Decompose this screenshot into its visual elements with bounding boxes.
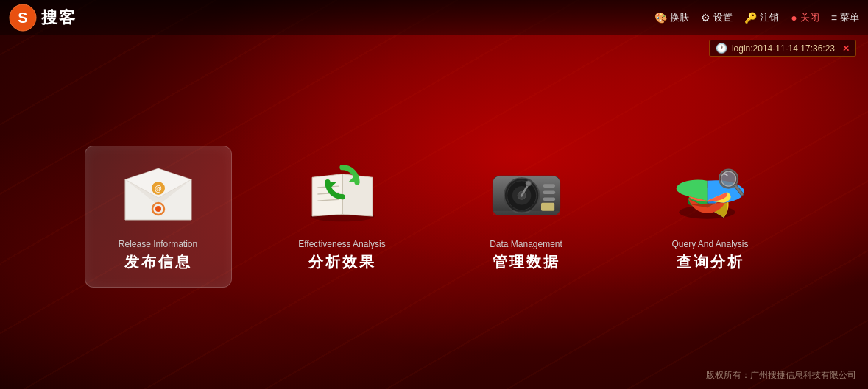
svg-point-26 — [526, 181, 531, 186]
gear-icon: ⚙ — [701, 12, 710, 24]
svg-rect-31 — [493, 211, 560, 215]
settings-action[interactable]: ⚙ 设置 — [701, 11, 733, 24]
data-icon — [490, 161, 563, 227]
release-icon: @ — [121, 161, 195, 227]
svg-point-6 — [155, 206, 161, 212]
analysis-label-en: Effectiveness Analysis — [298, 239, 386, 249]
settings-label: 设置 — [713, 11, 733, 24]
analysis-label-zh: 分析效果 — [308, 252, 376, 272]
close-label: 关闭 — [800, 11, 819, 24]
topbar-actions: 🎨 换肤 ⚙ 设置 🔑 注销 ● 关闭 ≡ 菜单 — [654, 11, 859, 24]
data-label-zh: 管理数据 — [493, 252, 560, 272]
login-text: login:2014-11-14 17:36:23 — [732, 43, 835, 54]
key-icon: 🔑 — [744, 12, 757, 24]
analysis-icon — [306, 161, 379, 227]
logo: S 搜客 — [9, 4, 77, 32]
query-label-en: Query And Analysis — [671, 239, 748, 249]
theme-icon: 🎨 — [654, 12, 667, 24]
menu-action[interactable]: ≡ 菜单 — [831, 11, 859, 24]
theme-label: 换肤 — [670, 11, 689, 24]
logo-icon: S — [9, 4, 37, 32]
menu-item-query[interactable]: Query And Analysis 查询分析 — [637, 146, 784, 287]
logout-label: 注销 — [760, 11, 779, 24]
logo-text: 搜客 — [41, 7, 77, 29]
login-info: 🕐 login:2014-11-14 17:36:23 ✕ — [709, 40, 856, 57]
login-bar: 🕐 login:2014-11-14 17:36:23 ✕ — [0, 35, 868, 61]
theme-action[interactable]: 🎨 换肤 — [654, 11, 689, 24]
data-label-en: Data Management — [490, 239, 562, 249]
footer: 版权所有：广州搜捷信息科技有限公司 — [706, 369, 856, 382]
footer-text: 版权所有：广州搜捷信息科技有限公司 — [706, 370, 856, 380]
menu-label: 菜单 — [840, 11, 859, 24]
query-icon — [674, 161, 747, 227]
release-label-en: Release Information — [119, 239, 197, 249]
query-label-zh: 查询分析 — [677, 252, 744, 272]
svg-rect-28 — [543, 190, 554, 194]
release-label-zh: 发布信息 — [124, 252, 192, 272]
svg-rect-29 — [543, 198, 554, 201]
logout-action[interactable]: 🔑 注销 — [744, 11, 779, 24]
close-action[interactable]: ● 关闭 — [791, 11, 819, 24]
menu-item-data[interactable]: Data Management 管理数据 — [453, 146, 600, 287]
close-icon: ● — [791, 12, 797, 24]
menu-icon: ≡ — [831, 12, 837, 24]
main-content: @ Release Information 发布信息 — [0, 68, 868, 365]
menu-item-analysis[interactable]: Effectiveness Analysis 分析效果 — [269, 146, 416, 287]
menu-item-release[interactable]: @ Release Information 发布信息 — [85, 146, 232, 288]
svg-rect-27 — [543, 184, 554, 188]
svg-rect-30 — [541, 203, 554, 211]
topbar: S 搜客 🎨 换肤 ⚙ 设置 🔑 注销 ● 关闭 ≡ 菜单 — [0, 0, 868, 35]
login-close-button[interactable]: ✕ — [842, 43, 850, 54]
clock-icon: 🕐 — [716, 43, 727, 54]
svg-text:S: S — [18, 10, 27, 26]
svg-text:@: @ — [155, 185, 162, 193]
menu-grid: @ Release Information 发布信息 — [85, 146, 784, 288]
